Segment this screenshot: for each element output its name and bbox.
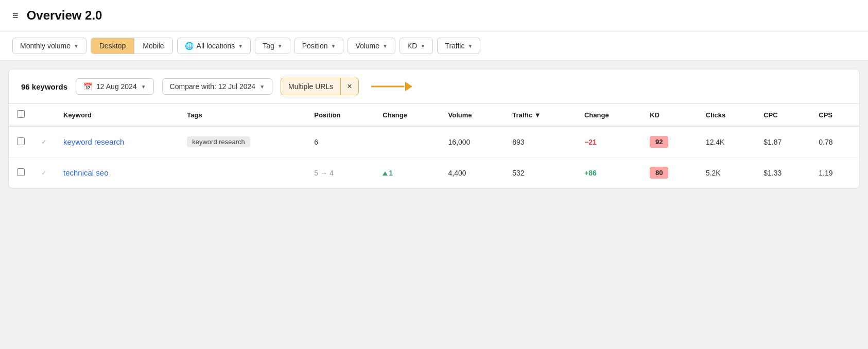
row2-position-cell: 5 → 4 — [306, 158, 374, 188]
row2-traffic-change-value: +86 — [584, 169, 597, 177]
date-label: 12 Aug 2024 — [96, 82, 137, 91]
multiple-urls-label: Multiple URLs — [281, 79, 340, 94]
traffic-change-col-header: Change — [576, 104, 641, 126]
volume-col-header: Volume — [440, 104, 505, 126]
row1-volume-cell: 16,000 — [440, 126, 505, 158]
multiple-urls-close-button[interactable]: × — [340, 78, 358, 95]
row2-volume-cell: 4,400 — [440, 158, 505, 188]
row1-kd-cell: 92 — [641, 126, 698, 158]
row1-traffic-cell: 893 — [504, 126, 576, 158]
tag-button[interactable]: Tag ▼ — [255, 38, 290, 54]
row2-clicks-cell: 5.2K — [698, 158, 755, 188]
chevron-down-icon: ▼ — [141, 84, 146, 90]
page-header: ≡ Overview 2.0 — [0, 0, 868, 31]
cps-col-header: CPS — [810, 104, 859, 126]
arrow-indicator — [371, 81, 412, 92]
monthly-volume-button[interactable]: Monthly volume ▼ — [12, 38, 86, 54]
row1-traffic-change-value: −21 — [584, 138, 597, 146]
subheader: 96 keywords 📅 12 Aug 2024 ▼ Compare with… — [9, 69, 859, 104]
position-label: Position — [302, 42, 328, 50]
menu-icon[interactable]: ≡ — [12, 10, 19, 22]
chevron-down-icon: ▼ — [467, 43, 473, 49]
triangle-up-icon — [383, 171, 388, 176]
chevron-down-icon: ▼ — [259, 84, 265, 90]
row1-position-cell: 6 — [306, 126, 374, 158]
device-toggle-group: Desktop Mobile — [91, 38, 173, 54]
row1-tags-cell: keyword research — [179, 126, 306, 158]
row2-checkbox[interactable] — [17, 168, 25, 176]
toolbar: Monthly volume ▼ Desktop Mobile 🌐 All lo… — [0, 31, 868, 61]
compare-label: Compare with: 12 Jul 2024 — [170, 82, 256, 91]
row2-position-change: 5 → 4 — [314, 169, 334, 177]
row1-clicks-cell: 12.4K — [698, 126, 755, 158]
desktop-button[interactable]: Desktop — [91, 38, 134, 54]
chevron-down-icon: ▼ — [383, 43, 388, 49]
traffic-label: Traffic — [445, 42, 464, 50]
page-title: Overview 2.0 — [27, 8, 102, 23]
compare-button[interactable]: Compare with: 12 Jul 2024 ▼ — [162, 78, 272, 95]
keywords-count: 96 keywords — [21, 82, 67, 91]
position-col-header: Position — [306, 104, 374, 126]
row2-kd-badge: 80 — [650, 167, 668, 179]
keywords-table: Keyword Tags Position Change Volume Traf… — [9, 104, 859, 188]
volume-label: Volume — [355, 42, 379, 50]
row2-keyword-link[interactable]: technical seo — [63, 168, 109, 177]
select-all-checkbox-cell[interactable] — [9, 104, 33, 126]
clicks-col-header: Clicks — [698, 104, 755, 126]
table-header-row: Keyword Tags Position Change Volume Traf… — [9, 104, 859, 126]
row1-checkbox-cell[interactable] — [9, 126, 33, 158]
row1-checkbox[interactable] — [17, 137, 25, 145]
main-content: 96 keywords 📅 12 Aug 2024 ▼ Compare with… — [8, 69, 860, 188]
monthly-volume-label: Monthly volume — [20, 42, 71, 50]
row2-traffic-cell: 532 — [504, 158, 576, 188]
kd-label: KD — [407, 42, 417, 50]
position-button[interactable]: Position ▼ — [294, 38, 344, 54]
row2-cpc-cell: $1.33 — [755, 158, 810, 188]
calendar-icon: 📅 — [83, 82, 92, 91]
row2-change-value: 1 — [383, 169, 393, 177]
chevron-down-icon: ▼ — [74, 43, 79, 49]
row1-traffic-change-cell: −21 — [576, 126, 641, 158]
row2-check-cell: ✓ — [33, 158, 55, 188]
row1-check-cell: ✓ — [33, 126, 55, 158]
pointing-arrow-icon — [371, 81, 412, 92]
tags-col-header: Tags — [179, 104, 306, 126]
multiple-urls-filter: Multiple URLs × — [281, 78, 358, 95]
change-col-header: Change — [374, 104, 440, 126]
check-col-header — [33, 104, 55, 126]
traffic-col-header[interactable]: Traffic ▼ — [504, 104, 576, 126]
kd-button[interactable]: KD ▼ — [400, 38, 433, 54]
row1-keyword-link[interactable]: keyword research — [63, 137, 124, 146]
table-row: ✓ technical seo 5 → 4 1 — [9, 158, 859, 188]
row1-cps-cell: 0.78 — [810, 126, 859, 158]
row1-tag-badge: keyword research — [187, 136, 250, 147]
table-row: ✓ keyword research keyword research 6 16… — [9, 126, 859, 158]
row2-keyword-cell: technical seo — [55, 158, 179, 188]
arrow-right-icon: → — [320, 169, 327, 177]
row2-tags-cell — [179, 158, 306, 188]
row2-kd-cell: 80 — [641, 158, 698, 188]
kd-col-header: KD — [641, 104, 698, 126]
row2-cps-cell: 1.19 — [810, 158, 859, 188]
select-all-checkbox[interactable] — [17, 110, 25, 118]
cpc-col-header: CPC — [755, 104, 810, 126]
chevron-down-icon: ▼ — [238, 43, 243, 49]
tag-label: Tag — [263, 42, 274, 50]
globe-icon: 🌐 — [185, 42, 194, 50]
row2-position-to: 4 — [329, 169, 334, 177]
chevron-down-icon: ▼ — [331, 43, 336, 49]
row1-keyword-cell: keyword research — [55, 126, 179, 158]
row1-change-cell — [374, 126, 440, 158]
row2-checkbox-cell[interactable] — [9, 158, 33, 188]
all-locations-label: All locations — [197, 42, 235, 50]
row1-cpc-cell: $1.87 — [755, 126, 810, 158]
traffic-button[interactable]: Traffic ▼ — [437, 38, 480, 54]
row2-traffic-change-cell: +86 — [576, 158, 641, 188]
chevron-down-icon: ▼ — [420, 43, 425, 49]
chevron-down-icon: ▼ — [277, 43, 283, 49]
mobile-button[interactable]: Mobile — [134, 38, 172, 54]
all-locations-button[interactable]: 🌐 All locations ▼ — [177, 38, 251, 54]
date-picker-button[interactable]: 📅 12 Aug 2024 ▼ — [76, 78, 154, 95]
row2-position-from: 5 — [314, 169, 318, 177]
volume-button[interactable]: Volume ▼ — [348, 38, 395, 54]
